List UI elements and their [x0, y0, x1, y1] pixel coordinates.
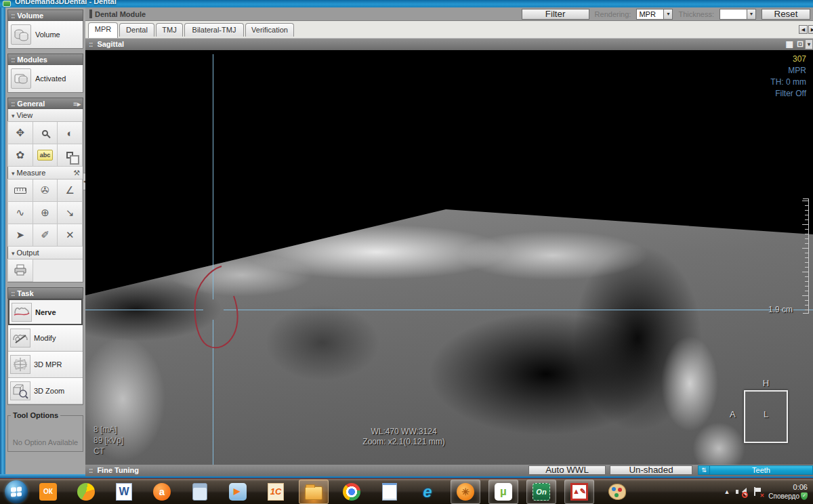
measure-group-header[interactable]: ▾Measure ⚒ [8, 167, 83, 180]
auto-wwl-button[interactable]: Auto WWL [528, 465, 606, 475]
taskbar-utorrent-icon[interactable]: µ [488, 480, 518, 504]
tab-scroll-left-icon[interactable]: ◀ [799, 25, 808, 34]
section-menu-icon[interactable]: ≡▸ [73, 98, 81, 110]
taskbar-media-player-icon[interactable] [223, 480, 253, 504]
window-titlebar[interactable]: OnDemand3DDental - Dental [0, 0, 813, 7]
taskbar-clock[interactable]: 0:06 Сповердо✓ [768, 483, 808, 501]
rendering-label: Rendering: [595, 10, 631, 18]
task-item-label: 3D Zoom [34, 387, 64, 395]
nerve-teeth-icon [12, 303, 32, 322]
output-group-header[interactable]: ▾Output [8, 247, 83, 259]
module-box-icon [11, 68, 31, 89]
draw-edit-tool-icon[interactable]: ✐ [33, 224, 58, 247]
view-tool-grid: ✥ ◐ ✿ abc [8, 122, 83, 167]
preset-select[interactable]: ⇅ Teeth [698, 465, 813, 475]
task-item-3d-mpr[interactable]: 3D MPR [8, 352, 83, 378]
taskbar-calculator-icon[interactable] [185, 480, 215, 504]
task-item-3d-zoom[interactable]: 3D Zoom [8, 378, 83, 404]
grip-icon: :: [11, 56, 14, 64]
collapse-caret-icon: ▾ [12, 112, 15, 119]
task-item-nerve[interactable]: Nerve [8, 299, 83, 325]
grid-sphere-tool-icon[interactable]: ⊕ [33, 201, 58, 224]
rendering-select[interactable]: MPR ▼ [636, 9, 673, 20]
angle-tool-icon[interactable]: ∠ [57, 179, 83, 202]
zoom-tool-icon[interactable] [33, 121, 58, 144]
select-cursor-tool-icon[interactable]: ➤ [7, 224, 33, 247]
preset-spinner-icon[interactable]: ⇅ [699, 466, 710, 474]
sagittal-panel-header[interactable]: :: Sagittal ▦ ⊡ ▾ [85, 39, 813, 50]
windows-taskbar: ОК W a 1С e ✳ µ On ▲✎ ▲ ✕ 0:06 Сповердо✓ [0, 478, 813, 504]
overlay-bottom-left: 8 [mA] 89 [kVp] CT [93, 424, 123, 457]
thickness-label: Thickness: [678, 10, 714, 18]
volume-muted-icon[interactable] [736, 487, 747, 497]
dropdown-arrow-icon[interactable]: ▼ [663, 9, 673, 20]
taskbar-ondemand3d-icon[interactable]: On [526, 480, 556, 504]
volume-section-header[interactable]: ::Volume [7, 9, 83, 21]
duplicate-view-tool-icon[interactable] [57, 144, 83, 167]
view-group-header[interactable]: ▾View [8, 109, 83, 122]
expand-panel-icon[interactable]: ⊡ [797, 39, 804, 50]
nerve-trace-overlay[interactable] [85, 50, 813, 465]
collapse-caret-icon: ▾ [12, 250, 15, 257]
rotate-tool-icon[interactable]: ✿ [7, 144, 33, 167]
arrow-annotation-tool-icon[interactable]: ↘ [57, 201, 83, 224]
tab-verification[interactable]: Verification [245, 23, 294, 37]
layout-grid-icon[interactable]: ▦ [786, 39, 793, 50]
filter-button[interactable]: Filter [522, 9, 589, 20]
action-center-flag-icon[interactable]: ✕ [753, 487, 762, 497]
modality: CT [93, 446, 123, 457]
zoom-cube-icon [10, 381, 30, 400]
tab-bilateral-tmj[interactable]: Bilateral-TMJ [184, 23, 244, 37]
ruler-tool-icon[interactable] [7, 179, 33, 202]
activated-modules-button[interactable]: Activated [8, 65, 83, 92]
collapse-caret-icon: ▾ [12, 170, 15, 177]
taskbar-internet-explorer-icon[interactable]: e [413, 480, 442, 504]
sagittal-viewport[interactable]: 307 MPR TH: 0 mm Filter Off 8 [mA] 89 [k… [85, 50, 813, 465]
task-section-header[interactable]: ::Task [7, 287, 83, 299]
taskbar-color-sphere-icon[interactable] [71, 480, 101, 504]
start-button[interactable] [5, 480, 28, 503]
task-item-modify[interactable]: Modify [8, 325, 83, 352]
taskbar-odnoklassniki-icon[interactable]: ОК [33, 480, 63, 504]
grip-icon: :: [11, 100, 14, 108]
preset-value: Teeth [710, 466, 812, 474]
tape-measure-tool-icon[interactable]: ✇ [33, 179, 58, 202]
orientation-left-label: L [744, 409, 788, 419]
activated-button-label: Activated [35, 75, 66, 83]
print-tool-icon[interactable] [7, 259, 33, 282]
taskbar-chrome-icon[interactable] [337, 480, 367, 504]
task-item-label: 3D MPR [34, 360, 62, 369]
tab-scroll-right-icon[interactable]: ▶ [808, 25, 813, 34]
reset-button[interactable]: Reset [762, 9, 810, 20]
show-hidden-icons[interactable]: ▲ [724, 488, 730, 495]
rendering-value: MPR [636, 9, 663, 20]
general-section-header[interactable]: ::General ≡▸ [7, 98, 83, 109]
module-toolbar: Dental Module Filter Rendering: MPR ▼ Th… [85, 7, 813, 21]
taskbar-compass-icon[interactable]: ✳ [451, 480, 480, 504]
main-area: Dental Module Filter Rendering: MPR ▼ Th… [85, 7, 813, 475]
taskbar-avast-icon[interactable]: a [147, 480, 177, 504]
taskbar-paint-palette-icon[interactable] [602, 480, 632, 504]
taskbar-word-icon[interactable]: W [109, 480, 139, 504]
slice-number: 307 [770, 54, 806, 65]
taskbar-1c-icon[interactable]: 1С [261, 480, 291, 504]
orientation-head: H [744, 378, 788, 388]
annotation-text-tool-icon[interactable]: abc [33, 144, 58, 167]
profile-tool-icon[interactable]: ∿ [7, 201, 33, 224]
taskbar-notepad-icon[interactable] [375, 480, 404, 504]
windowing-tool-icon[interactable]: ◐ [57, 121, 83, 144]
modules-section-header[interactable]: ::Modules [7, 54, 83, 65]
taskbar-file-manager-icon[interactable] [299, 480, 329, 504]
thickness-select[interactable]: ▼ [720, 9, 756, 20]
dropdown-arrow-icon[interactable]: ▼ [747, 9, 756, 20]
tab-tmj[interactable]: TMJ [156, 23, 183, 37]
panel-dropdown-icon[interactable]: ▾ [805, 39, 813, 49]
tab-mpr[interactable]: MPR [88, 22, 118, 38]
volume-button[interactable]: Volume [8, 21, 83, 48]
delete-measure-tool-icon[interactable]: ✕ [57, 224, 83, 247]
orientation-anterior: A [730, 409, 736, 419]
unshaded-button[interactable]: Un-shaded [610, 465, 692, 475]
tab-dental[interactable]: Dental [119, 23, 154, 37]
pan-tool-icon[interactable]: ✥ [7, 121, 33, 144]
taskbar-image-viewer-icon[interactable]: ▲✎ [564, 480, 594, 504]
